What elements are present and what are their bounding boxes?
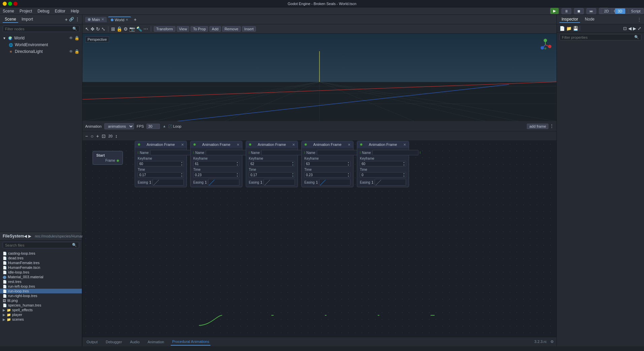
afn-time-spinbox-3[interactable]: 0.17 ▲▼ [249, 172, 295, 178]
menu-editor[interactable]: Editor [55, 9, 65, 13]
afn-close-3[interactable]: ✕ [292, 143, 295, 147]
fs-item-run-loop[interactable]: 📄 run-loop.tres [0, 289, 82, 293]
inspector-lock-icon[interactable]: ⊡ [623, 26, 627, 31]
tree-item-directionallight[interactable]: ✳ DirectionalLight 👁 🔒 [0, 48, 82, 55]
rotate-tool-icon[interactable]: ↻ [96, 26, 100, 32]
pause-button[interactable]: ⏸ [562, 8, 571, 14]
maximize-button[interactable] [8, 2, 12, 6]
menu-help[interactable]: Help [71, 9, 79, 13]
visibility-icon-dl[interactable]: 👁 [69, 49, 73, 54]
viewport[interactable]: Perspective [82, 34, 556, 121]
afn-kf-dn-2[interactable]: ▼ [236, 164, 239, 166]
afn-kf-dn-4[interactable]: ▼ [347, 164, 350, 166]
tab-world[interactable]: World ✕ [108, 17, 131, 23]
fs-item-rest[interactable]: 📄 rest.tres [0, 279, 82, 284]
camera-icon[interactable]: 📷 [129, 26, 135, 32]
fs-back-button[interactable]: ◀ [24, 234, 27, 238]
afn-kf-spinbox-5[interactable]: 60 ▲▼ [360, 161, 406, 166]
grid-icon[interactable]: ⚙ [124, 26, 128, 32]
fs-item-run-right[interactable]: 📄 run-right-loop.tres [0, 293, 82, 298]
expand-icon[interactable]: ↕ [115, 133, 117, 139]
afn-easing-curve-1[interactable] [152, 179, 184, 186]
inspector-forward-icon[interactable]: ▶ [633, 26, 636, 31]
btn-3d[interactable]: 3D [615, 8, 625, 14]
fs-item-material[interactable]: ⬤ Material_003.material [0, 275, 82, 279]
add-node-button[interactable]: + [65, 17, 68, 22]
afn-name-in-3[interactable] [249, 151, 249, 154]
transform-button[interactable]: Transform [154, 26, 175, 32]
afn-easing-curve-4[interactable] [319, 179, 350, 186]
afn-time-spinbox-2[interactable]: 0.23 ▲▼ [193, 172, 239, 178]
tab-procedural[interactable]: Procedural Animations [171, 338, 210, 346]
window-controls[interactable] [3, 2, 18, 6]
afn-time-dn-2[interactable]: ▼ [236, 175, 239, 178]
menu-debug[interactable]: Debug [37, 9, 49, 13]
afn-time-up-3[interactable]: ▲ [291, 172, 295, 175]
snap-icon[interactable]: ⊞ [111, 26, 115, 32]
tab-audio[interactable]: Audio [129, 339, 141, 345]
fs-item-species[interactable]: 📄 species_human.tres [0, 303, 82, 308]
lock-icon-dl[interactable]: 🔒 [74, 49, 79, 54]
afn-in-1[interactable] [138, 143, 140, 146]
to-prop-button[interactable]: To Prop [191, 26, 208, 32]
afn-easing-curve-2[interactable] [208, 179, 239, 186]
afn-kf-up-2[interactable]: ▲ [236, 161, 239, 164]
inspector-history-icon[interactable]: 📄 [560, 26, 565, 31]
afn-name-in-2[interactable] [193, 151, 194, 154]
afn-name-in-4[interactable] [304, 151, 305, 154]
fs-search-input[interactable] [5, 243, 71, 247]
tab-close-world[interactable]: ✕ [126, 18, 128, 22]
play-button[interactable]: ▶ [550, 8, 559, 14]
afn-kf-spinbox-3[interactable]: 62 ▲▼ [249, 161, 295, 166]
afn-kf-dn-1[interactable]: ▼ [180, 164, 183, 166]
afn-close-5[interactable]: ✕ [403, 143, 406, 147]
fs-item-dead[interactable]: 📄 dead.tres [0, 256, 82, 260]
afn-time-spinbox-4[interactable]: 0.23 ▲▼ [304, 172, 350, 178]
minimize-button[interactable] [3, 2, 7, 6]
afn-name-input-1[interactable] [150, 150, 196, 155]
inspector-back-icon[interactable]: ◀ [628, 26, 632, 31]
afn-kf-spinbox-4[interactable]: 63 ▲▼ [304, 161, 350, 166]
fs-item-idle-loop[interactable]: 📄 idle-loop.tres [0, 270, 82, 275]
afn-kf-dn-5[interactable]: ▼ [402, 164, 406, 166]
start-port-dot[interactable] [116, 159, 119, 162]
tab-import[interactable]: Import [20, 16, 35, 23]
fs-forward-button[interactable]: ▶ [28, 234, 31, 238]
filter-nodes-input[interactable] [5, 27, 71, 31]
afn-time-spinbox-1[interactable]: 0.17 ▲▼ [138, 172, 184, 178]
afn-time-dn-4[interactable]: ▼ [347, 175, 350, 178]
afn-close-1[interactable]: ✕ [181, 143, 184, 147]
afn-close-4[interactable]: ✕ [348, 143, 350, 147]
add-button[interactable]: Add [209, 26, 221, 32]
afn-time-up-2[interactable]: ▲ [236, 172, 239, 175]
afn-in-5[interactable] [360, 143, 363, 146]
snap-anim-icon[interactable]: ⊡ [102, 133, 106, 139]
fps-input[interactable] [146, 124, 160, 129]
menu-project[interactable]: Project [20, 9, 32, 13]
btn-2d[interactable]: 2D [601, 8, 612, 14]
tab-main[interactable]: Main ✕ [85, 17, 107, 22]
tree-item-worldenv[interactable]: 🌐 WorldEnvironment [0, 41, 82, 48]
afn-kf-spinbox-2[interactable]: 61 ▲▼ [193, 161, 239, 166]
loop-checkbox-wrap[interactable]: ✓ Loop [169, 124, 181, 128]
fs-item-spell-effects[interactable]: ▶ 📁 spell_effects [0, 308, 82, 312]
afn-time-up-1[interactable]: ▲ [180, 172, 183, 175]
afn-in-2[interactable] [193, 143, 196, 146]
fs-item-casting-loop[interactable]: 📄 casting-loop.tres [0, 251, 82, 256]
afn-kf-up-5[interactable]: ▲ [402, 161, 406, 164]
afn-name-in-5[interactable] [360, 151, 361, 154]
afn-time-dn-1[interactable]: ▼ [180, 175, 183, 178]
btn-script[interactable]: Script [628, 8, 644, 14]
animation-select[interactable]: animations [104, 123, 134, 129]
scale-tool-icon[interactable]: ⤡ [101, 26, 105, 32]
afn-name-input-3[interactable] [261, 150, 307, 155]
node-link-button[interactable]: 🔗 [69, 17, 74, 22]
afn-name-input-5[interactable] [372, 150, 418, 155]
tab-output[interactable]: Output [85, 339, 99, 345]
right-tab-node[interactable]: Node [583, 16, 597, 23]
fs-item-ttt[interactable]: 🖼 ttt.png [0, 298, 82, 303]
add-tab-button[interactable]: + [132, 17, 138, 22]
inspector-save-icon[interactable]: 💾 [573, 26, 578, 31]
bottom-settings-icon[interactable]: ⚙ [550, 340, 554, 344]
inspector-expand-icon[interactable]: ⤢ [638, 26, 641, 31]
